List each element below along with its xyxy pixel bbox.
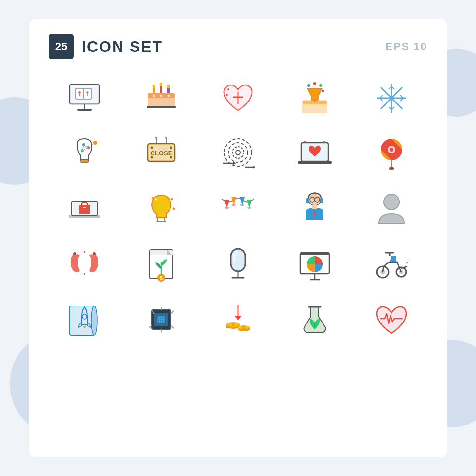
svg-point-64: [170, 147, 172, 149]
svg-point-118: [84, 251, 85, 253]
svg-point-116: [73, 252, 76, 255]
svg-marker-75: [253, 166, 255, 169]
svg-point-103: [225, 207, 229, 209]
header: 25 ICON SET EPS 10: [49, 34, 427, 59]
birthday-cake-icon: [125, 74, 197, 122]
svg-rect-111: [306, 198, 309, 203]
svg-line-52: [84, 145, 88, 148]
svg-rect-133: [300, 253, 329, 255]
mind-map-icon: [49, 129, 120, 178]
svg-point-115: [384, 194, 399, 210]
svg-rect-112: [320, 198, 323, 203]
svg-point-59: [155, 137, 157, 139]
svg-rect-12: [160, 85, 162, 93]
bunting-icon: [202, 185, 274, 233]
kidney-icon: [49, 240, 120, 289]
svg-point-31: [319, 84, 322, 87]
svg-line-56: [92, 144, 94, 145]
svg-point-15: [160, 83, 163, 86]
svg-rect-82: [389, 167, 394, 170]
svg-point-16: [167, 85, 170, 88]
close-sign-icon: CLOSE: [125, 129, 197, 178]
svg-point-106: [247, 207, 251, 209]
laptop-heart-icon: [279, 129, 351, 178]
customer-service-icon: [279, 185, 351, 233]
svg-point-104: [232, 204, 236, 206]
main-card: 25 ICON SET EPS 10: [29, 19, 447, 457]
svg-point-25: [227, 88, 229, 90]
plant-document-icon: $: [125, 240, 197, 289]
eco-timer-icon: [279, 295, 351, 344]
svg-rect-93: [156, 221, 166, 222]
scooter-icon: [356, 240, 427, 289]
funnel-box-icon: [279, 74, 351, 122]
presentation-icon: [279, 240, 351, 289]
svg-point-79: [304, 141, 306, 143]
svg-marker-33: [307, 88, 322, 100]
svg-marker-164: [234, 316, 242, 321]
svg-rect-113: [312, 205, 317, 209]
svg-point-117: [93, 252, 96, 255]
svg-point-60: [165, 137, 167, 139]
svg-point-71: [236, 150, 240, 155]
spiral-arrows-icon: [202, 129, 274, 178]
snowflake-icon: [356, 74, 427, 122]
svg-marker-99: [224, 200, 229, 208]
badge-number: 25: [49, 34, 74, 59]
coins-arrow-icon: $ $: [202, 295, 274, 344]
svg-point-105: [240, 204, 244, 206]
eps-label: EPS 10: [385, 40, 427, 53]
lollipop-icon: [356, 129, 427, 178]
svg-point-69: [228, 143, 248, 162]
user-icon: [356, 185, 427, 233]
svg-point-30: [313, 82, 316, 85]
heart-cross-icon: [202, 74, 274, 122]
svg-marker-73: [233, 162, 236, 165]
svg-rect-3: [77, 109, 92, 111]
svg-point-26: [226, 94, 228, 96]
page-title: ICON SET: [82, 38, 163, 56]
svg-text:$: $: [243, 326, 245, 330]
svg-point-14: [153, 85, 155, 88]
svg-point-80: [323, 141, 325, 143]
svg-point-98: [173, 208, 175, 210]
svg-rect-89: [79, 205, 90, 214]
icons-grid: CLOSE: [49, 74, 427, 344]
svg-point-29: [307, 84, 310, 87]
svg-point-66: [170, 156, 172, 159]
svg-point-119: [84, 273, 85, 275]
svg-point-63: [151, 147, 153, 149]
svg-point-32: [322, 90, 324, 92]
svg-text:$: $: [160, 275, 163, 281]
svg-point-20: [160, 95, 162, 97]
svg-point-146: [91, 306, 97, 335]
bible-monitor-icon: [49, 74, 120, 122]
mirror-icon: [202, 240, 274, 289]
svg-point-96: [152, 197, 154, 200]
svg-point-70: [232, 147, 244, 158]
svg-point-97: [171, 198, 173, 201]
svg-point-85: [390, 148, 393, 152]
svg-rect-78: [298, 161, 332, 164]
svg-point-65: [151, 156, 153, 159]
svg-marker-102: [247, 200, 252, 208]
svg-text:$: $: [232, 323, 235, 327]
shopping-3d-icon: [49, 185, 120, 233]
svg-point-47: [389, 96, 394, 101]
svg-rect-22: [147, 106, 176, 108]
svg-text:CLOSE: CLOSE: [151, 150, 172, 157]
svg-point-19: [153, 95, 155, 97]
cpu-chip-icon: [125, 295, 197, 344]
heartbeat-icon: [356, 295, 427, 344]
header-left: 25 ICON SET: [49, 34, 163, 59]
lightbulb-icon: [125, 185, 197, 233]
svg-rect-48: [81, 159, 88, 162]
svg-point-21: [168, 95, 170, 97]
rocket-blueprint-icon: [49, 295, 120, 344]
